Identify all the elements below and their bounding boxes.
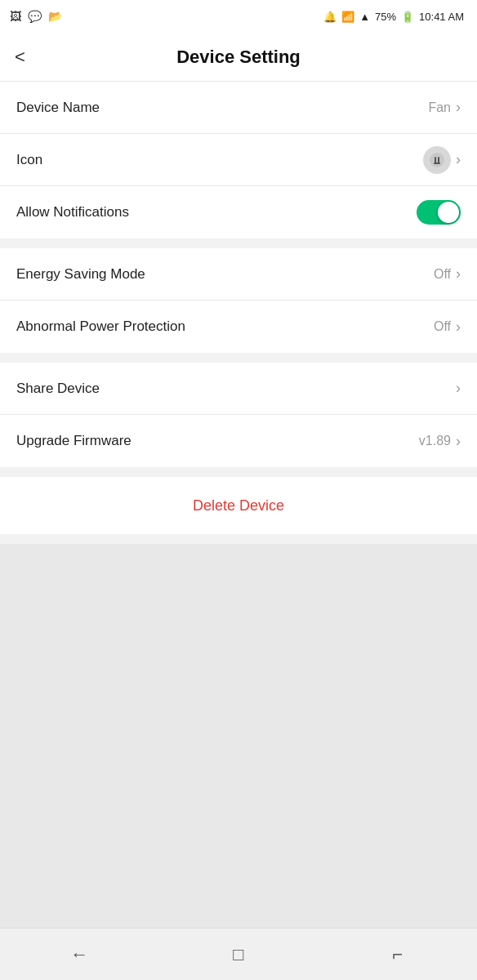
nav-bar: ← □ ⌐ [0, 928, 477, 980]
nav-recent-button[interactable]: ⌐ [378, 935, 417, 974]
svg-rect-3 [434, 163, 440, 164]
status-bar: 🖼 💬 📂 🔔 📶 ▲ 75% 🔋 10:41 AM [0, 0, 477, 33]
back-button[interactable]: < [15, 47, 25, 68]
energy-saving-row[interactable]: Energy Saving Mode Off › [0, 248, 477, 301]
upgrade-firmware-right: v1.89 › [419, 433, 461, 450]
device-name-value: Fan [428, 100, 451, 115]
battery-percent: 75% [375, 11, 396, 23]
delete-device-section[interactable]: Delete Device [0, 477, 477, 534]
share-device-label: Share Device [16, 381, 100, 397]
svg-point-0 [430, 153, 444, 167]
share-device-row[interactable]: Share Device › [0, 363, 477, 415]
page-title: Device Setting [176, 47, 301, 68]
icon-label: Icon [16, 152, 42, 168]
device-name-right: Fan › [428, 99, 461, 116]
status-icons-left: 🖼 💬 📂 [10, 10, 62, 23]
battery-icon: 🔋 [401, 11, 414, 23]
energy-saving-value: Off [434, 267, 451, 282]
delete-device-button[interactable]: Delete Device [193, 497, 284, 514]
energy-saving-label: Energy Saving Mode [16, 266, 145, 283]
device-name-chevron: › [456, 99, 461, 116]
wifi-icon: 📶 [341, 11, 354, 23]
storage-icon: 📂 [48, 10, 62, 23]
share-device-right: › [456, 380, 461, 397]
allow-notifications-row[interactable]: Allow Notifications [0, 186, 477, 238]
icon-row[interactable]: Icon › [0, 134, 477, 186]
energy-saving-chevron: › [456, 265, 461, 283]
signal-icon: ▲ [359, 11, 370, 23]
share-device-chevron: › [456, 380, 461, 397]
energy-saving-right: Off › [434, 265, 461, 283]
message-icon: 💬 [28, 10, 42, 23]
upgrade-firmware-label: Upgrade Firmware [16, 433, 132, 449]
abnormal-power-chevron: › [456, 318, 461, 336]
header: < Device Setting [0, 33, 477, 82]
gallery-icon: 🖼 [10, 10, 21, 23]
upgrade-firmware-value: v1.89 [419, 434, 451, 448]
abnormal-power-row[interactable]: Abnormal Power Protection Off › [0, 301, 477, 353]
nav-home-button[interactable]: □ [219, 935, 258, 974]
allow-notifications-label: Allow Notifications [16, 204, 129, 220]
settings-group-3: Share Device › Upgrade Firmware v1.89 › [0, 363, 477, 467]
bottom-spacer [0, 544, 477, 928]
upgrade-firmware-chevron: › [456, 433, 461, 450]
settings-group-1: Device Name Fan › Icon › Allow Notificat… [0, 82, 477, 238]
svg-rect-1 [435, 157, 436, 163]
abnormal-power-right: Off › [434, 318, 461, 336]
toggle-thumb [438, 202, 459, 223]
device-name-row[interactable]: Device Name Fan › [0, 82, 477, 134]
status-right: 🔔 📶 ▲ 75% 🔋 10:41 AM [323, 11, 464, 23]
allow-notifications-toggle[interactable] [417, 200, 461, 225]
alarm-icon: 🔔 [323, 11, 337, 23]
icon-chevron: › [456, 151, 461, 168]
device-name-label: Device Name [16, 100, 100, 116]
icon-thumbnail [423, 146, 451, 174]
icon-right: › [423, 146, 461, 174]
svg-rect-2 [438, 157, 439, 163]
nav-back-button[interactable]: ← [60, 935, 99, 974]
abnormal-power-value: Off [434, 319, 451, 334]
settings-group-2: Energy Saving Mode Off › Abnormal Power … [0, 248, 477, 353]
abnormal-power-label: Abnormal Power Protection [16, 318, 185, 335]
time: 10:41 AM [419, 11, 464, 23]
allow-notifications-right [417, 200, 461, 225]
upgrade-firmware-row[interactable]: Upgrade Firmware v1.89 › [0, 415, 477, 467]
